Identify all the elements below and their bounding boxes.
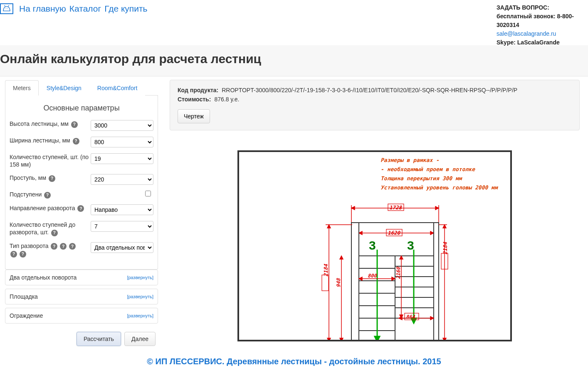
row-tread: Проступь, мм ? 220 [10,174,153,185]
dim-864: 864 [406,314,415,320]
drawing-frame: Размеры в рамках - - необходимый проем в… [237,150,512,341]
panel-heading: Основные параметры [10,104,153,113]
row-steps: Количество ступеней, шт. (по 158 мм) 19 [10,153,153,168]
product-box: Код продукта: RROPTOPT-3000/800/220/-/2T… [170,80,580,130]
checkbox-risers[interactable] [145,191,151,196]
left-panel: Meters Style&Design Room&Comfort Основны… [0,80,158,348]
contact-email[interactable]: sale@lascalagrande.ru [497,30,556,37]
skype-value: LaScalaGrande [517,39,560,46]
product-code-label: Код продукта: [178,87,218,93]
dim-right-outer: 2184 [442,241,448,255]
dim-top-outer: 1728 [389,204,403,211]
nav-where[interactable]: Где купить [104,4,147,14]
tab-content-meters: Основные параметры Высота лестницы, мм ?… [5,96,158,270]
tab-room[interactable]: Room&Comfort [89,80,145,96]
svg-point-0 [5,8,6,8]
label-turn-dir: Направление разворота [10,205,75,211]
help-icon[interactable]: ? [10,251,17,258]
help-icon[interactable]: ? [49,175,55,182]
svg-point-1 [7,8,7,8]
page-title: Онлайн калькулятор для расчета лестниц [0,52,261,66]
svg-rect-35 [322,275,329,291]
accordion-two-turns[interactable]: Два отдельных поворота [развернуть] [5,270,158,285]
label-width: Ширина лестницы, мм [10,137,70,144]
tab-style[interactable]: Style&Design [39,80,89,96]
nav-links: На главную Каталог Где купить [0,3,148,14]
label-risers: Подступени [10,191,42,198]
row-width: Ширина лестницы, мм ? 800 [10,137,153,147]
select-tread[interactable]: 220 [91,174,153,185]
help-icon[interactable]: ? [51,230,58,236]
label-turn-type: Тип разворота [10,243,48,249]
next-button[interactable]: Далее [124,332,156,346]
page-title-bar: Онлайн калькулятор для расчета лестниц [0,45,588,76]
acc-toggle[interactable]: [развернуть] [127,313,153,318]
product-code-value: RROPTOPT-3000/800/220/-/2T/-19-158-7-3-0… [222,87,517,93]
legend-l1: Размеры в рамках - [380,157,439,163]
select-steps-before[interactable]: 7 [91,221,153,232]
right-panel: Код продукта: RROPTOPT-3000/800/220/-/2T… [158,80,588,341]
help-icon[interactable]: ? [60,243,67,250]
row-turn-type: Тип разворота ? ? ? ? ? Два отдельных по… [10,242,153,258]
legend-l2: - необходимый проем в потолке [380,166,475,172]
select-width[interactable]: 800 [91,137,153,147]
logo-icon[interactable] [0,3,13,14]
help-icon[interactable]: ? [20,251,26,258]
ask-label: ЗАДАТЬ ВОПРОС: [497,4,549,11]
drawing-area: Размеры в рамках - - необходимый проем в… [170,150,580,341]
stair-drawing-svg: Размеры в рамках - - необходимый проем в… [239,152,512,341]
select-steps[interactable]: 19 [91,153,153,164]
legend-l4: Установленный уровень головы 2000 мм [380,184,499,191]
label-steps: Количество ступеней, шт. (по 158 мм) [10,154,89,168]
help-icon[interactable]: ? [77,205,84,212]
legend-l3: Толщина перекрытия 300 мм [380,175,463,182]
dim-800: 800 [368,273,377,279]
acc-toggle[interactable]: [развернуть] [127,275,153,280]
select-turn-type[interactable]: Два отдельных пово [91,242,153,253]
acc-title: Площадка [10,293,38,300]
help-icon[interactable]: ? [73,138,79,145]
product-cost-value: 876.8 у.е. [214,96,239,103]
help-icon[interactable]: ? [71,121,78,128]
row-risers: Подступени ? [10,191,153,199]
accordion-railing[interactable]: Ограждение [развернуть] [5,308,158,324]
calculate-button[interactable]: Рассчитать [77,332,121,346]
accordion-platform[interactable]: Площадка [развернуть] [5,289,158,304]
acc-toggle[interactable]: [развернуть] [127,294,153,299]
top-nav: На главную Каталог Где купить ЗАДАТЬ ВОП… [0,0,588,47]
footer: © ИП ЛЕССЕРВИС. Деревянные лестницы - до… [0,348,588,368]
dim-top-inner: 1620 [388,230,401,236]
drawing-button[interactable]: Чертеж [178,109,210,123]
row-height: Высота лестницы, мм ? 3000 [10,120,153,131]
free-call-label: бесплатный звонок: [497,13,556,20]
arrow-three-1: 3 [369,238,376,252]
arrow-three-2: 3 [407,238,414,252]
button-row: Рассчитать Далее [5,327,158,348]
help-icon[interactable]: ? [44,192,51,199]
dim-left-outer: 2184 [323,263,329,277]
nav-home[interactable]: На главную [19,4,66,14]
row-steps-before: Количество ступеней до разворота, шт. ? … [10,221,153,236]
skype-label: Skype: [497,39,516,46]
main-wrap: Meters Style&Design Room&Comfort Основны… [0,76,588,348]
tabs: Meters Style&Design Room&Comfort [5,80,158,96]
nav-catalog[interactable]: Каталог [69,4,101,14]
acc-title: Два отдельных поворота [10,274,77,281]
label-steps-before: Количество ступеней до разворота, шт. [10,221,75,236]
contact-block: ЗАДАТЬ ВОПРОС: бесплатный звонок: 8-800-… [497,3,588,47]
dim-left-inner: 948 [336,278,341,287]
help-icon[interactable]: ? [69,243,76,250]
label-tread: Проступь, мм [10,174,46,181]
row-turn-dir: Направление разворота ? Направо [10,204,153,215]
label-height: Высота лестницы, мм [10,120,69,127]
tab-meters[interactable]: Meters [5,80,39,96]
product-cost-label: Стоимость: [178,96,211,103]
acc-title: Ограждение [10,312,43,319]
select-turn-dir[interactable]: Направо [91,204,153,215]
help-icon[interactable]: ? [51,243,57,250]
select-height[interactable]: 3000 [91,120,153,131]
dim-right-inner: 2160 [395,266,401,279]
